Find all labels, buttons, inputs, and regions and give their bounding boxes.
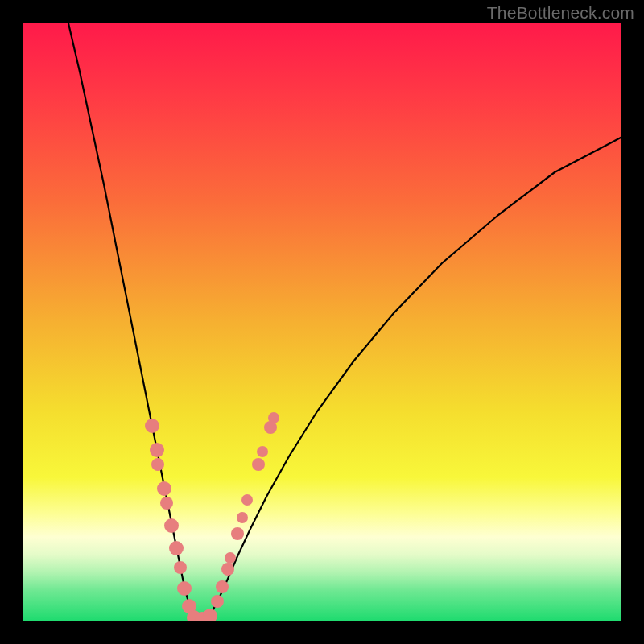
marker-bead bbox=[169, 541, 184, 555]
marker-bead bbox=[216, 580, 229, 593]
marker-bead bbox=[225, 552, 236, 564]
marker-bead bbox=[150, 443, 164, 457]
outer-frame: TheBottleneck.com bbox=[0, 0, 644, 644]
marker-bead bbox=[231, 527, 244, 540]
watermark-text: TheBottleneck.com bbox=[487, 3, 634, 23]
marker-bead bbox=[203, 609, 217, 621]
marker-bead bbox=[221, 563, 234, 576]
chart-svg bbox=[23, 23, 621, 621]
marker-bead bbox=[242, 494, 253, 506]
marker-bead bbox=[151, 458, 164, 471]
marker-bead bbox=[177, 581, 192, 596]
curve-right-branch bbox=[208, 138, 621, 619]
marker-bead bbox=[257, 446, 268, 457]
marker-bead bbox=[237, 512, 248, 523]
marker-bead bbox=[211, 595, 224, 608]
marker-bead bbox=[160, 497, 173, 510]
marker-group bbox=[145, 412, 279, 621]
marker-bead bbox=[174, 561, 187, 574]
marker-bead bbox=[145, 419, 159, 433]
marker-bead bbox=[268, 412, 279, 423]
marker-bead bbox=[252, 458, 265, 471]
marker-bead bbox=[164, 518, 179, 533]
marker-bead bbox=[157, 481, 171, 496]
plot-area bbox=[23, 23, 621, 621]
